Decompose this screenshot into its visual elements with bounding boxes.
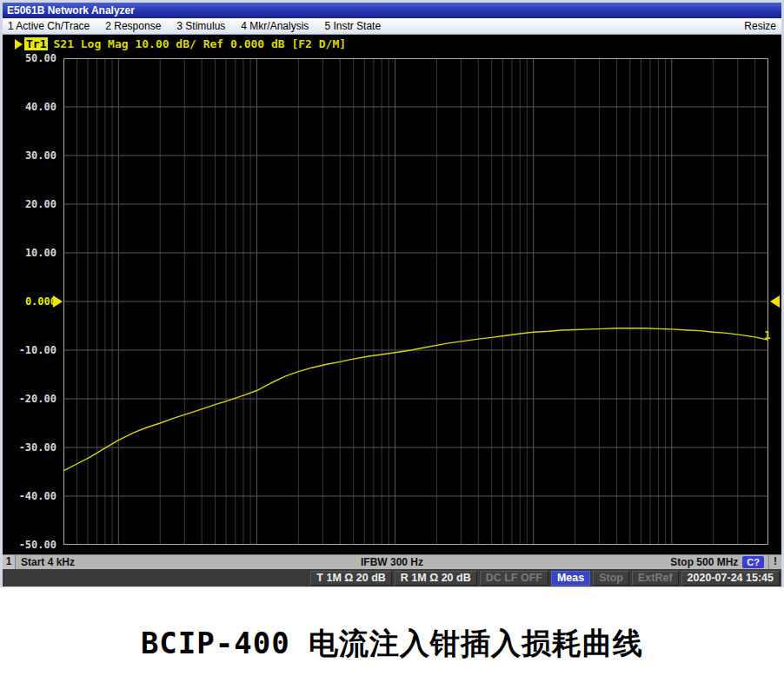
- status-segment: R 1M Ω 20 dB: [395, 571, 477, 586]
- stop-frequency-label: Stop 500 MHz: [670, 556, 738, 568]
- ref-level-marker-right-icon: [770, 295, 780, 308]
- y-axis-label: 40.00: [4, 100, 56, 114]
- graticule-plot: [63, 58, 768, 545]
- menu-resize[interactable]: Resize: [744, 20, 776, 32]
- menu-item-1[interactable]: 1 Active Ch/Trace: [8, 20, 90, 32]
- y-axis-label: 30.00: [4, 149, 56, 162]
- figure-caption: BCIP-400 电流注入钳插入损耗曲线: [0, 587, 784, 664]
- start-frequency-label: Start 4 kHz: [21, 556, 75, 568]
- channel-number: 1: [3, 555, 16, 569]
- status-segment: DC LF OFF: [480, 571, 548, 586]
- trace1-chip[interactable]: Tr1: [24, 37, 48, 50]
- trace-number-label: 1: [764, 328, 771, 341]
- y-axis-label: 50.00: [4, 51, 56, 65]
- y-axis-label: -20.00: [4, 392, 56, 406]
- menu-item-5[interactable]: 5 Instr State: [324, 20, 381, 32]
- ref-level-marker-left-icon: [53, 295, 63, 308]
- active-trace-arrow-icon: [15, 39, 23, 50]
- menu-item-2[interactable]: 2 Response: [105, 20, 161, 32]
- analyzer-screen: Tr1 S21 Log Mag 10.00 dB/ Ref 0.000 dB […: [3, 35, 781, 554]
- channel-bar-right: Stop 500 MHz C? !: [670, 555, 781, 569]
- status-segment: Stop: [593, 571, 629, 586]
- status-segment: T 1M Ω 20 dB: [310, 571, 391, 586]
- menu-items: 1 Active Ch/Trace2 Response3 Stimulus4 M…: [8, 20, 381, 32]
- menu-item-4[interactable]: 4 Mkr/Analysis: [241, 20, 309, 32]
- y-axis-label: 0.000: [4, 295, 56, 308]
- continuous-sweep-badge[interactable]: C?: [742, 556, 764, 568]
- status-segment: ExtRef: [632, 571, 679, 586]
- status-segment: 2020-07-24 15:45: [681, 571, 780, 586]
- status-segment: Meas: [551, 571, 590, 586]
- y-axis-label: -40.00: [4, 489, 56, 503]
- menubar: 1 Active Ch/Trace2 Response3 Stimulus4 M…: [3, 18, 781, 35]
- analyzer-window: E5061B Network Analyzer 1 Active Ch/Trac…: [0, 0, 784, 587]
- y-axis-label: -10.00: [4, 343, 56, 357]
- channel-status-bar: 1 Start 4 kHz IFBW 300 Hz Stop 500 MHz C…: [3, 554, 781, 569]
- ifbw-label: IFBW 300 Hz: [361, 556, 423, 568]
- trace-status-bar: Tr1 S21 Log Mag 10.00 dB/ Ref 0.000 dB […: [15, 37, 346, 50]
- y-axis-label: 20.00: [4, 197, 56, 211]
- trace-curve: [63, 328, 768, 471]
- menu-item-3[interactable]: 3 Stimulus: [176, 20, 225, 32]
- window-title: E5061B Network Analyzer: [7, 4, 135, 17]
- y-axis-label: 10.00: [4, 246, 56, 260]
- trace1-settings: S21 Log Mag 10.00 dB/ Ref 0.000 dB [F2 D…: [53, 37, 346, 50]
- page: E5061B Network Analyzer 1 Active Ch/Trac…: [0, 0, 784, 676]
- y-axis-label: -50.00: [4, 538, 56, 552]
- alert-indicator: !: [768, 555, 781, 569]
- y-axis-label: -30.00: [4, 441, 56, 454]
- titlebar[interactable]: E5061B Network Analyzer: [3, 3, 781, 18]
- instrument-status-bar: T 1M Ω 20 dBR 1M Ω 20 dBDC LF OFFMeasSto…: [3, 569, 781, 587]
